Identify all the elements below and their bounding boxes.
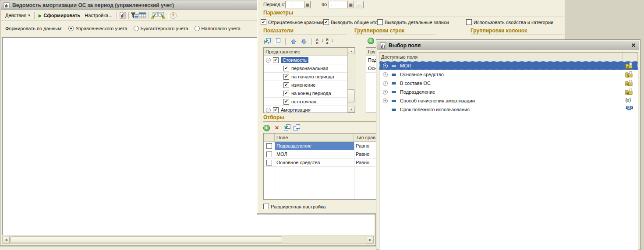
checkbox-grand-totals[interactable]: ✔ Выводить общие итоги: [323, 19, 382, 25]
filter-structure-icon[interactable]: [131, 12, 138, 19]
settings-button[interactable]: Настройка...: [82, 12, 114, 19]
checkbox-icon: ✔: [261, 19, 266, 25]
tree-row-stoimost[interactable]: − ✔ Стоимость: [264, 56, 355, 64]
remove-filter-icon[interactable]: ✕: [275, 125, 279, 131]
picker-column-header[interactable]: Доступные поля: [379, 53, 623, 61]
tree-row[interactable]: ✔ остаточная: [264, 98, 355, 106]
field-row-srok-ispolzovaniya[interactable]: Срок полезного использования 123: [379, 105, 638, 114]
table-icon[interactable]: [138, 12, 146, 19]
collapse-icon[interactable]: −: [266, 58, 271, 63]
checkbox-icon[interactable]: ✔: [273, 107, 279, 113]
restore-settings-icon[interactable]: [150, 12, 158, 19]
field-marker-icon: [392, 74, 396, 76]
tree-row[interactable]: ✔ изменение: [264, 81, 355, 89]
report-title: Ведомость амортизации ОС за период (упра…: [12, 2, 174, 8]
expand-icon[interactable]: +: [383, 90, 388, 95]
hscroll-thumb[interactable]: [11, 236, 282, 243]
field-row-osnovnoe-sredstvo[interactable]: + Основное средство: [379, 70, 638, 79]
checkbox-icon[interactable]: ✔: [283, 99, 289, 105]
checkbox-icon[interactable]: ✔: [283, 91, 289, 96]
checkbox-icon[interactable]: ✔: [283, 74, 289, 80]
chart-icon[interactable]: [119, 12, 127, 19]
scroll-down-icon[interactable]: ▼: [348, 106, 355, 113]
scroll-up-icon[interactable]: ▲: [348, 48, 355, 54]
picker-icon-column-header[interactable]: [623, 53, 638, 61]
vscroll-thumb[interactable]: [348, 89, 355, 102]
checkbox-icon[interactable]: ✔: [283, 82, 289, 88]
checkbox-detailed-records[interactable]: Выводить детальные записи: [377, 19, 449, 25]
add-filter-icon[interactable]: +: [263, 125, 270, 131]
filters-field-column-header[interactable]: Поле: [275, 134, 354, 142]
field-marker-icon: [392, 82, 396, 85]
checkbox-icon: [263, 204, 269, 209]
period-to-input[interactable]: . . ▦: [329, 1, 354, 8]
indicators-table[interactable]: Представление − ✔ Стоимость ✔ первоначал…: [263, 47, 355, 113]
checkbox-advanced-settings[interactable]: Расширенная настройка: [263, 204, 326, 209]
tree-row[interactable]: ✔ на конец периода: [264, 89, 355, 98]
field-row-sposob-nachisleniya[interactable]: + Способ начисления амортизации {}: [379, 96, 638, 105]
checkbox-icon[interactable]: ✔: [283, 66, 289, 71]
expand-icon[interactable]: +: [383, 81, 388, 86]
calendar-icon[interactable]: ▦: [304, 1, 310, 8]
indicators-toolbar: ✔ А Я ↓ Я А ↓: [264, 37, 334, 46]
checkbox-icon[interactable]: ✔: [273, 57, 279, 63]
check-all-icon[interactable]: ✔: [264, 38, 272, 45]
uncheck-all-icon[interactable]: [294, 124, 301, 131]
picker-chart-icon: [379, 42, 386, 49]
tree-row[interactable]: ✔ на начало периода: [264, 73, 355, 81]
indicators-vscrollbar[interactable]: ▲ ▼: [347, 48, 355, 113]
indicators-column-header[interactable]: Представление: [264, 48, 348, 56]
checkbox-negative-red[interactable]: ✔ Отрицательное красным: [261, 19, 323, 25]
add-row-group-icon[interactable]: +: [368, 38, 374, 44]
section-indicators: Показатели: [263, 28, 347, 35]
reference-type-icon: [625, 88, 633, 95]
tree-label-selected: Стоимость: [281, 57, 308, 63]
collapse-icon[interactable]: −: [266, 108, 271, 113]
field-marker-icon: [392, 91, 396, 93]
chevron-down-icon: ▾: [28, 13, 30, 18]
radio-bookkeeping-accounting[interactable]: Бухгалтерского учета: [134, 26, 188, 31]
actions-button[interactable]: Действия ▾: [3, 12, 32, 19]
checkbox-icon: [377, 19, 383, 25]
checkbox-icon[interactable]: [266, 151, 272, 157]
uncheck-all-icon[interactable]: [274, 38, 281, 45]
expand-icon[interactable]: +: [383, 72, 388, 77]
period-to-label: по: [322, 2, 327, 7]
move-up-icon[interactable]: [290, 38, 297, 45]
expand-icon[interactable]: +: [383, 99, 388, 103]
sort-ascending-icon[interactable]: А Я ↓: [316, 38, 324, 45]
calendar-icon[interactable]: ▦: [347, 1, 354, 8]
section-params: Параметры: [263, 10, 563, 17]
tree-row-amortizaciya[interactable]: − ✔ Амортизация: [264, 106, 355, 113]
radio-management-accounting[interactable]: Управленческого учета: [68, 26, 127, 31]
expand-icon[interactable]: +: [383, 63, 388, 68]
checkbox-properties-categories[interactable]: Использовать свойства и категории: [466, 19, 553, 25]
field-row-v-sostave-os[interactable]: + В составе ОС: [379, 79, 638, 88]
picker-titlebar[interactable]: Выбор поля ✕: [377, 41, 639, 50]
generate-button[interactable]: ▶ Сформировать: [36, 12, 83, 19]
help-icon[interactable]: ?: [170, 12, 177, 19]
period-more-button[interactable]: ...: [356, 1, 364, 8]
radio-tax-accounting[interactable]: Налогового учета: [195, 26, 241, 31]
picker-table[interactable]: Доступные поля + МОЛ + Основное средство…: [379, 52, 638, 250]
tree-row[interactable]: ✔ первоначальная: [264, 64, 355, 73]
report-hscrollbar[interactable]: ◀ ▶: [2, 236, 374, 244]
scroll-left-icon[interactable]: ◀: [3, 236, 10, 243]
toolbar-separator: [128, 12, 129, 19]
checkbox-icon[interactable]: [266, 143, 272, 149]
field-marker-icon: [392, 100, 396, 102]
move-down-icon[interactable]: [300, 38, 308, 45]
sort-descending-icon[interactable]: Я А ↓: [326, 38, 334, 45]
section-row-groups: Группировки строк: [354, 28, 435, 35]
field-row-mol[interactable]: + МОЛ: [379, 61, 638, 70]
field-row-podrazdelenie[interactable]: + Подразделение: [379, 88, 638, 96]
scroll-right-icon[interactable]: ▶: [367, 236, 374, 243]
close-icon[interactable]: ✕: [630, 42, 637, 49]
section-col-groups: Группировки колонок: [471, 28, 564, 35]
checkbox-icon[interactable]: [266, 160, 272, 165]
desktop-strip: [0, 246, 376, 250]
save-settings-icon[interactable]: [158, 12, 166, 19]
period-from-input[interactable]: . . ▦: [285, 1, 311, 8]
toolbar-separator: [117, 12, 117, 19]
check-all-icon[interactable]: ✔: [284, 124, 291, 131]
